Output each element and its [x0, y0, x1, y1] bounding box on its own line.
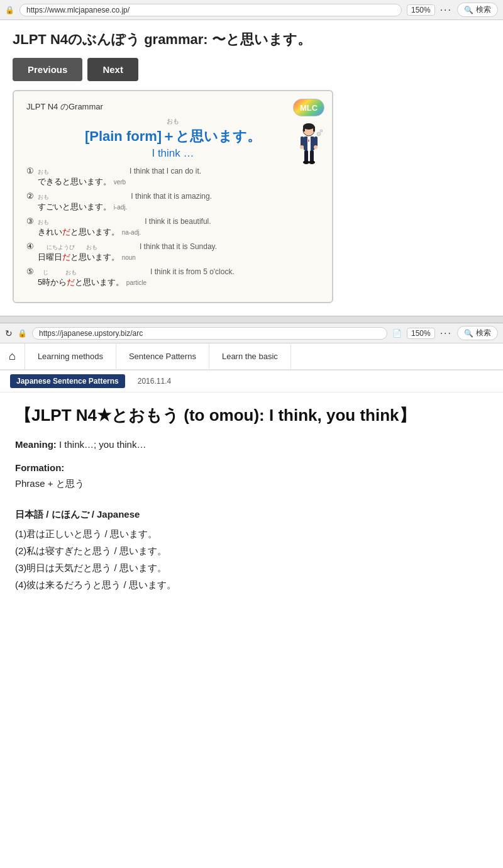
search-icon-2: 🔍: [464, 329, 473, 338]
card-header: JLPT N4 のGrammar: [26, 101, 319, 113]
ex2-jp: おも すごいと思います。 i-adj.: [38, 193, 127, 213]
ex1-jp: おも できると思います。 verb: [38, 168, 126, 187]
meaning-label: Meaning:: [15, 439, 57, 450]
furigana-main: おも: [167, 118, 179, 125]
meaning-text: I think…; you think…: [59, 439, 146, 450]
tab-sentence-label: Sentence Patterns: [129, 352, 196, 361]
svg-point-16: [320, 130, 323, 132]
search-bar-2[interactable]: 🔍 検索: [457, 326, 498, 340]
search-bar-1[interactable]: 🔍 検索: [457, 3, 498, 17]
menu-dots-1[interactable]: ···: [440, 4, 452, 16]
svg-rect-7: [301, 136, 304, 147]
svg-rect-8: [314, 136, 318, 147]
security-icon-2: 🔒: [18, 329, 27, 338]
grammar-card: JLPT N4 のGrammar MLC: [13, 90, 333, 303]
svg-rect-12: [310, 150, 314, 162]
grammar-examples: ① おも できると思います。 verb I think that I can d…: [26, 166, 319, 288]
page1-container: JLPT N4のぶんぽう grammar: 〜と思います。 Previous N…: [0, 20, 503, 316]
example-jp-2: (2)私は寝すぎたと思う / 思います。: [15, 545, 488, 557]
svg-point-13: [303, 160, 309, 164]
ex2-sub: i-adj.: [114, 204, 128, 211]
ex4-sub: noun: [122, 254, 136, 261]
home-icon: ⌂: [9, 350, 16, 363]
svg-rect-2: [303, 126, 305, 131]
sub-nav-active[interactable]: Japanese Sentence Patterns: [10, 374, 125, 388]
ex1-en: I think that I can do it.: [130, 167, 201, 175]
zoom-level-2[interactable]: 150%: [407, 328, 435, 339]
url-bar-2[interactable]: https://japanese.upstory.biz/arc: [32, 327, 387, 340]
grammar-main-text: [Plain form]＋と思います。: [26, 127, 319, 146]
ex1-num: ①: [26, 166, 34, 175]
page2-title: 【JLPT N4★とおもう (to omou): I think, you th…: [15, 405, 488, 426]
zoom-level-1[interactable]: 150%: [407, 4, 435, 16]
example-jp-4: (4)彼は来るだろうと思う / 思います。: [15, 579, 488, 591]
url-text-2: https://japanese.upstory.biz/arc: [39, 329, 143, 338]
url-bar-1[interactable]: https://www.mlcjapanese.co.jp/: [19, 4, 402, 16]
ex5-sub: particle: [126, 279, 146, 286]
svg-rect-11: [304, 150, 308, 162]
svg-rect-3: [313, 126, 315, 131]
ex5-jp: じ おも 5時からだと思います。 particle: [38, 269, 146, 288]
example-3: ③ おも きれいだと思います。 na-adj. I think it is be…: [26, 216, 319, 238]
svg-point-14: [309, 160, 315, 164]
ex5-en: I think it is from 5 o'clock.: [150, 267, 235, 276]
tab-learning-methods[interactable]: Learning methods: [25, 344, 116, 369]
prev-button[interactable]: Previous: [13, 58, 82, 81]
ex3-en: I think it is beautiful.: [145, 217, 211, 226]
tab-learn-label: Learn the basic: [222, 352, 278, 361]
browser-divider: [0, 316, 503, 323]
security-icon: 🔒: [5, 6, 14, 14]
svg-rect-5: [307, 136, 311, 150]
ex3-sub: na-adj.: [122, 229, 141, 236]
search-icon-1: 🔍: [464, 6, 473, 14]
ex5-num: ⑤: [26, 267, 34, 276]
page2-content: 【JLPT N4★とおもう (to omou): I think, you th…: [0, 392, 503, 609]
examples-title: 日本語 / にほんご / Japanese: [15, 509, 488, 521]
tab-learning-label: Learning methods: [38, 352, 103, 361]
example-4: ④ にちようび おも 日曜日だと思います。 noun I think that …: [26, 242, 319, 263]
nav-buttons: Previous Next: [13, 58, 490, 81]
next-button[interactable]: Next: [87, 58, 138, 81]
browser-bar-1: 🔒 https://www.mlcjapanese.co.jp/ 150% ··…: [0, 0, 503, 20]
ex3-num: ③: [26, 216, 34, 226]
page2-container: ⌂ Learning methods Sentence Patterns Lea…: [0, 343, 503, 609]
page2-sub-nav: Japanese Sentence Patterns 2016.11.4: [0, 370, 503, 392]
ex2-num: ②: [26, 191, 34, 201]
tab-sentence-patterns[interactable]: Sentence Patterns: [116, 344, 209, 369]
example-jp-1: (1)君は正しいと思う / 思います。: [15, 528, 488, 540]
svg-point-10: [314, 145, 318, 149]
ex4-en: I think that it is Sunday.: [140, 242, 217, 251]
formation-label: Formation:: [15, 462, 64, 473]
svg-point-15: [317, 132, 321, 136]
page-icon-2: 📄: [392, 329, 402, 338]
example-2: ② おも すごいと思います。 i-adj. I think that it is…: [26, 191, 319, 213]
search-label-2: 検索: [476, 328, 491, 338]
formation-line: Formation:: [15, 462, 488, 473]
url-text-1: https://www.mlcjapanese.co.jp/: [26, 6, 130, 14]
page1-title: JLPT N4のぶんぽう grammar: 〜と思います。: [13, 30, 490, 49]
ex4-num: ④: [26, 242, 34, 251]
grammar-think-text: I think …: [26, 147, 319, 160]
examples-section: 日本語 / にほんご / Japanese (1)君は正しいと思う / 思います…: [15, 509, 488, 591]
meaning-line: Meaning: I think…; you think…: [15, 439, 488, 450]
page2-nav: ⌂ Learning methods Sentence Patterns Lea…: [0, 343, 503, 370]
formation-phrase: Phrase + と思う: [15, 478, 488, 490]
ex1-sub: verb: [114, 179, 126, 186]
tab-learn-basic[interactable]: Learn the basic: [209, 344, 291, 369]
browser-bar-2: ↻ 🔒 https://japanese.upstory.biz/arc 📄 1…: [0, 323, 503, 343]
mlc-badge: MLC: [293, 99, 324, 116]
ex3-jp: おも きれいだと思います。 na-adj.: [38, 218, 141, 238]
example-5: ⑤ じ おも 5時からだと思います。 particle I think it i…: [26, 267, 319, 288]
sub-nav-date: 2016.11.4: [138, 377, 171, 386]
person-illustration: [295, 123, 323, 167]
example-jp-3: (3)明日は天気だと思う / 思います。: [15, 562, 488, 574]
example-1: ① おも できると思います。 verb I think that I can d…: [26, 166, 319, 187]
ex4-jp: にちようび おも 日曜日だと思います。 noun: [38, 243, 136, 263]
svg-point-9: [300, 145, 304, 149]
ex2-en: I think that it is amazing.: [131, 192, 212, 201]
search-label-1: 検索: [476, 4, 491, 15]
refresh-icon[interactable]: ↻: [5, 328, 13, 338]
menu-dots-2[interactable]: ···: [440, 328, 452, 339]
home-button[interactable]: ⌂: [0, 343, 25, 369]
